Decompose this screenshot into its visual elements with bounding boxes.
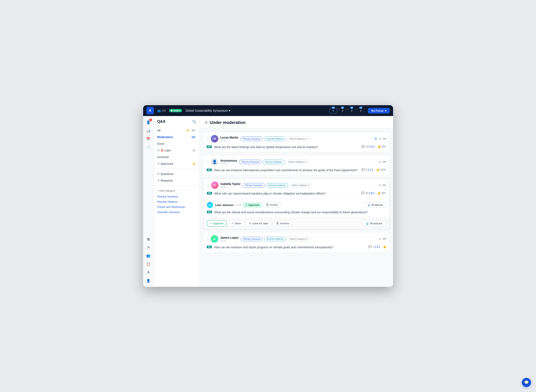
lang-badge-1: EN bbox=[207, 145, 212, 148]
category-panels[interactable]: Panels and Workshops bbox=[154, 204, 200, 210]
question-text-3: What role can nature-based solutions pla… bbox=[214, 191, 359, 196]
more-options-3[interactable]: ••• bbox=[382, 183, 386, 187]
chevron-up-icon-3[interactable]: ∧ bbox=[379, 183, 381, 187]
question-card-1: ⣿ LM Lucas Martin 14:10 Plenary Sessions… bbox=[203, 132, 390, 153]
monitor-4-btn[interactable]: 4 🖥 bbox=[357, 108, 364, 113]
more-options-1[interactable]: ••• bbox=[383, 137, 386, 141]
broadcast-button[interactable]: 📡 Broadcast bbox=[362, 220, 386, 227]
calendar-icon-btn[interactable]: 📅 bbox=[144, 135, 152, 143]
chart-icon-btn[interactable]: 📊 bbox=[144, 127, 152, 134]
sidebar-header: Q&A 🔍 bbox=[154, 119, 200, 127]
comment-stat-2: 💬 3 (1) bbox=[361, 168, 373, 171]
sidebar-item-later[interactable]: 👁 🔖 Later 5 bbox=[154, 147, 200, 154]
top-nav: A 👥 250 Online Global Sustainability Sym… bbox=[143, 105, 393, 116]
monitor-3-btn[interactable]: 3 🖥 bbox=[348, 108, 355, 113]
tag-keynote-3[interactable]: Keynote Address bbox=[266, 183, 288, 187]
online-dot bbox=[171, 110, 172, 112]
category-plenary[interactable]: Plenary Sessions bbox=[154, 194, 200, 199]
main-content: ☰ Under moderation ⣿ LM Lucas Martin 14:… bbox=[200, 116, 393, 287]
lang-badge-sub: EN bbox=[207, 210, 212, 213]
tag-keynote-4[interactable]: Keynote Address bbox=[264, 237, 286, 241]
tag-keynote-1[interactable]: Keynote Address bbox=[264, 137, 286, 141]
sidebar: Q&A 🔍 All 2 17 Moderation 10 Done bbox=[154, 116, 200, 287]
users-icon-btn[interactable]: 👥 bbox=[144, 252, 152, 259]
question-card-4: ⣿ JL James Lopez 14:10 Plenary Sessions … bbox=[203, 232, 390, 253]
sub-broadcast-btn[interactable]: 📡 Broadcast bbox=[364, 202, 386, 207]
document-icon-btn[interactable]: 📄 bbox=[144, 144, 152, 151]
tag-plenary-1[interactable]: Plenary Sessions bbox=[240, 137, 263, 141]
no-focus-button[interactable]: No Focus ▾ bbox=[368, 108, 390, 113]
lang-badge-4: EN bbox=[207, 246, 212, 248]
save-later-button[interactable]: ⊙ Save for later bbox=[246, 220, 271, 227]
action-bar: ✓ Approve ✓ Done ⊙ Save for later bbox=[204, 217, 389, 229]
content-header: ☰ Under moderation bbox=[200, 116, 393, 129]
avatar-lucas: LM bbox=[211, 135, 218, 142]
like-stat-1: 👍 251 bbox=[378, 145, 386, 148]
chevron-down-icon-4[interactable]: ∨ bbox=[379, 237, 381, 241]
logo: A bbox=[146, 107, 154, 114]
add-category-btn[interactable]: + Add category bbox=[154, 187, 200, 194]
grid-icon-btn[interactable]: ▦ bbox=[144, 235, 152, 243]
question-text-1: What are the latest findings and data on… bbox=[214, 145, 359, 149]
drag-handle-3[interactable]: ⣿ bbox=[207, 183, 209, 187]
online-badge: Online bbox=[169, 109, 182, 112]
sidebar-item-approved[interactable]: 👁 Approved 2 bbox=[154, 160, 200, 167]
sidebar-title: Q&A bbox=[157, 119, 166, 124]
lang-badge-2: EN bbox=[207, 168, 212, 171]
monitor-2-btn[interactable]: 2 🖥 bbox=[339, 108, 346, 113]
chevron-down-icon-1[interactable]: ∨ bbox=[379, 137, 381, 140]
question-card-3: ⣿ IT Isabella Taylor 14:10 Plenary Sessi… bbox=[203, 178, 390, 229]
event-name[interactable]: Global Sustainability Symposium ▾ bbox=[185, 109, 230, 112]
sidebar-item-done[interactable]: Done bbox=[154, 140, 200, 147]
questions-list: ⣿ LM Lucas Martin 14:10 Plenary Sessions… bbox=[200, 129, 393, 256]
like-stat-2: 👍 1001 bbox=[376, 168, 386, 171]
search-icon[interactable]: 🔍 bbox=[192, 120, 196, 124]
sidebar-item-archived[interactable]: Archived bbox=[154, 154, 200, 160]
tag-plenary-2[interactable]: Plenary Sessions bbox=[239, 160, 261, 164]
profile-icon-btn[interactable]: 👤 bbox=[144, 277, 152, 284]
tag-plenary-4[interactable]: Plenary Sessions bbox=[241, 237, 263, 241]
user-count: 👥 250 bbox=[157, 109, 166, 112]
category-keynote[interactable]: Keynote Address bbox=[154, 199, 200, 204]
select-category-1[interactable]: Select category ▾ bbox=[287, 137, 310, 141]
category-scientific[interactable]: Scientific Sessions bbox=[154, 210, 200, 215]
approved-badge[interactable]: ✓ Approved bbox=[243, 203, 261, 207]
avatar-liam: LJ bbox=[207, 202, 213, 208]
icon-bar: 👤 11 📊 📅 📄 ▦ ✉ 👥 📋 ⚙ 👤 bbox=[143, 116, 154, 287]
like-stat-4: 👍 bbox=[383, 245, 386, 248]
avatar-icon-btn[interactable]: 👤 11 bbox=[144, 118, 152, 126]
drag-handle[interactable]: ⣿ bbox=[207, 137, 209, 140]
approve-button[interactable]: ✓ Approve bbox=[207, 220, 226, 227]
chat-bubble[interactable]: 💬 bbox=[522, 378, 531, 387]
sidebar-item-questions[interactable]: 👁 Questions bbox=[154, 171, 200, 177]
more-options-2[interactable]: ••• bbox=[383, 160, 386, 164]
select-category-4[interactable]: Select category ▾ bbox=[288, 237, 310, 241]
question-text-2: How can we enhance international coopera… bbox=[214, 168, 359, 173]
select-category-3[interactable]: Select category ▾ bbox=[289, 183, 312, 187]
mail-icon-btn[interactable]: ✉ bbox=[144, 243, 152, 251]
monitor-icon-1[interactable]: 🖥 bbox=[374, 137, 377, 141]
done-button[interactable]: ✓ Done bbox=[228, 220, 244, 227]
sidebar-item-requests[interactable]: 👁 Requests bbox=[154, 177, 200, 184]
sidebar-item-all[interactable]: All 2 17 bbox=[154, 127, 200, 134]
sidebar-item-moderation[interactable]: Moderation 10 bbox=[154, 134, 200, 140]
page-title: Under moderation bbox=[210, 120, 246, 125]
more-options-4[interactable]: ••• bbox=[383, 237, 386, 241]
drag-handle-4[interactable]: ⣿ bbox=[207, 237, 209, 241]
sub-archive-btn[interactable]: 🗄 Archive bbox=[264, 202, 281, 207]
drag-handle-2[interactable]: ⣿ bbox=[207, 160, 209, 163]
question-text-4: How can we measure and report progress o… bbox=[214, 245, 366, 250]
archive-button[interactable]: 🗄 Archive bbox=[273, 220, 292, 227]
tag-plenary-3[interactable]: Plenary Sessions bbox=[243, 183, 265, 187]
board-icon-btn[interactable]: 📋 bbox=[144, 260, 152, 268]
chevron-down-icon-2[interactable]: ∨ bbox=[379, 160, 381, 163]
hamburger-icon: ☰ bbox=[205, 121, 208, 125]
comment-stat-1: 💬 10 (2) bbox=[361, 145, 374, 148]
question-card-2: ⣿ 👤 Anonymous 14:10 Plenary Sessions Key… bbox=[203, 155, 390, 176]
comment-stat-3: 💬 18 (5) bbox=[361, 191, 374, 195]
select-category-2[interactable]: Select category ▾ bbox=[286, 160, 308, 164]
monitor-1-btn[interactable]: 1 🖥 bbox=[330, 108, 337, 113]
settings-icon-btn[interactable]: ⚙ bbox=[144, 268, 152, 276]
tag-keynote-2[interactable]: Keynote Address bbox=[263, 160, 284, 164]
avatar-isabella: IT bbox=[211, 182, 219, 189]
